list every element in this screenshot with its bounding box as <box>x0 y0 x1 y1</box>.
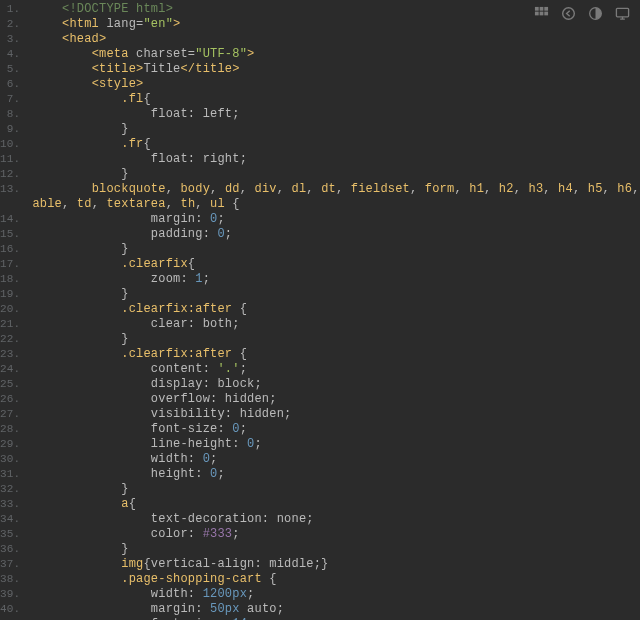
line-number: 32. <box>0 482 20 497</box>
svg-rect-2 <box>544 7 548 11</box>
code-area[interactable]: <!DOCTYPE html> <html lang="en"> <head> … <box>28 0 640 620</box>
line-number: 21. <box>0 317 20 332</box>
svg-rect-3 <box>535 12 539 16</box>
line-number: 24. <box>0 362 20 377</box>
line-number-gutter: 1.2.3.4.5.6.7.8.9.10.11.12.13.14.15.16.1… <box>0 0 28 620</box>
line-number: 23. <box>0 347 20 362</box>
line-number: 28. <box>0 422 20 437</box>
line-number: 34. <box>0 512 20 527</box>
code-line[interactable]: <title>Title</title> <box>32 62 640 77</box>
code-line[interactable]: height: 0; <box>32 467 640 482</box>
line-number: 17. <box>0 257 20 272</box>
code-line[interactable]: <meta charset="UTF-8"> <box>32 47 640 62</box>
line-number: 16. <box>0 242 20 257</box>
line-number: 10. <box>0 137 20 152</box>
code-line[interactable]: width: 1200px; <box>32 587 640 602</box>
code-line[interactable]: content: '.'; <box>32 362 640 377</box>
code-line[interactable]: line-height: 0; <box>32 437 640 452</box>
code-line[interactable]: } <box>32 287 640 302</box>
code-line[interactable]: } <box>32 542 640 557</box>
contrast-icon[interactable] <box>588 6 603 21</box>
code-line[interactable]: width: 0; <box>32 452 640 467</box>
code-line[interactable]: .clearfix:after { <box>32 302 640 317</box>
code-line[interactable]: } <box>32 332 640 347</box>
line-number: 2. <box>0 17 20 32</box>
code-line[interactable]: <style> <box>32 77 640 92</box>
code-line[interactable]: .fr{ <box>32 137 640 152</box>
line-number: 20. <box>0 302 20 317</box>
svg-rect-5 <box>544 12 548 16</box>
line-number: 39. <box>0 587 20 602</box>
code-line[interactable]: clear: both; <box>32 317 640 332</box>
line-number: 33. <box>0 497 20 512</box>
code-line[interactable]: color: #333; <box>32 527 640 542</box>
line-number: 29. <box>0 437 20 452</box>
code-line[interactable]: padding: 0; <box>32 227 640 242</box>
code-line[interactable]: zoom: 1; <box>32 272 640 287</box>
line-number: 18. <box>0 272 20 287</box>
code-line[interactable]: } <box>32 482 640 497</box>
code-line[interactable]: margin: 50px auto; <box>32 602 640 617</box>
line-number: 15. <box>0 227 20 242</box>
code-line[interactable]: display: block; <box>32 377 640 392</box>
line-number: 27. <box>0 407 20 422</box>
line-number-blank <box>0 197 20 212</box>
line-number: 31. <box>0 467 20 482</box>
code-line[interactable]: img{vertical-align: middle;} <box>32 557 640 572</box>
code-line[interactable]: able, td, textarea, th, ul { <box>32 197 640 212</box>
code-line[interactable]: } <box>32 122 640 137</box>
svg-rect-1 <box>540 7 544 11</box>
line-number: 30. <box>0 452 20 467</box>
code-line[interactable]: .clearfix{ <box>32 257 640 272</box>
svg-rect-8 <box>616 8 628 16</box>
line-number: 7. <box>0 92 20 107</box>
line-number: 4. <box>0 47 20 62</box>
code-line[interactable]: <head> <box>32 32 640 47</box>
line-number: 5. <box>0 62 20 77</box>
line-number: 37. <box>0 557 20 572</box>
code-line[interactable]: float: right; <box>32 152 640 167</box>
line-number: 11. <box>0 152 20 167</box>
code-line[interactable]: } <box>32 242 640 257</box>
line-number: 19. <box>0 287 20 302</box>
grid-icon[interactable] <box>534 6 549 21</box>
svg-point-6 <box>563 8 575 20</box>
code-line[interactable]: a{ <box>32 497 640 512</box>
code-line[interactable]: } <box>32 167 640 182</box>
line-number: 8. <box>0 107 20 122</box>
code-line[interactable]: float: left; <box>32 107 640 122</box>
code-line[interactable]: overflow: hidden; <box>32 392 640 407</box>
line-number: 14. <box>0 212 20 227</box>
code-line[interactable]: margin: 0; <box>32 212 640 227</box>
line-number: 25. <box>0 377 20 392</box>
code-line[interactable]: .clearfix:after { <box>32 347 640 362</box>
code-line[interactable]: blockquote, body, dd, div, dl, dt, field… <box>32 182 640 197</box>
line-number: 3. <box>0 32 20 47</box>
code-line[interactable]: .page-shopping-cart { <box>32 572 640 587</box>
code-editor[interactable]: 1.2.3.4.5.6.7.8.9.10.11.12.13.14.15.16.1… <box>0 0 640 620</box>
line-number: 22. <box>0 332 20 347</box>
line-number: 38. <box>0 572 20 587</box>
line-number: 1. <box>0 2 20 17</box>
line-number: 9. <box>0 122 20 137</box>
code-line[interactable]: text-decoration: none; <box>32 512 640 527</box>
monitor-icon[interactable] <box>615 6 630 21</box>
code-line[interactable]: font-size: 0; <box>32 422 640 437</box>
line-number: 36. <box>0 542 20 557</box>
line-number: 12. <box>0 167 20 182</box>
svg-rect-4 <box>540 12 544 16</box>
line-number: 40. <box>0 602 20 617</box>
svg-rect-0 <box>535 7 539 11</box>
line-number: 6. <box>0 77 20 92</box>
line-number: 13. <box>0 182 20 197</box>
line-number: 26. <box>0 392 20 407</box>
editor-toolbar <box>534 6 630 21</box>
back-icon[interactable] <box>561 6 576 21</box>
line-number: 35. <box>0 527 20 542</box>
code-line[interactable]: .fl{ <box>32 92 640 107</box>
code-line[interactable]: visibility: hidden; <box>32 407 640 422</box>
